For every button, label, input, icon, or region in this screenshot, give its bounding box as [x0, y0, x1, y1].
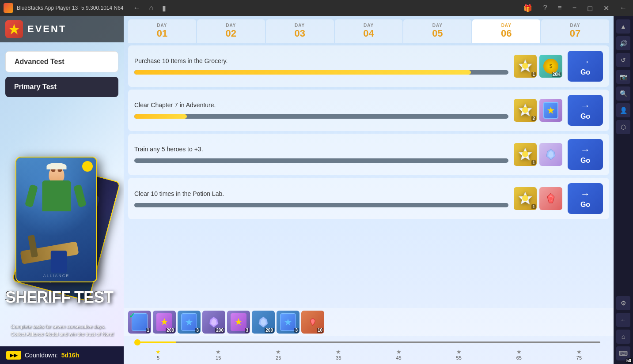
go-label: Go [580, 68, 590, 76]
task-rewards: 1 50 [514, 143, 562, 166]
sidebar-btn-1[interactable]: ▲ [616, 19, 630, 34]
go-label: Go [580, 157, 590, 165]
day-tab-01[interactable]: DAY 01 [128, 19, 196, 43]
close-btn[interactable]: ✕ [601, 3, 612, 13]
reward-sheriff-star: 1 [514, 187, 537, 210]
sidebar-btn-search[interactable]: 🔍 [616, 86, 630, 101]
sidebar-btn-volume[interactable]: 🔊 [616, 36, 630, 50]
strip-reward-5: 3 [227, 311, 250, 334]
sidebar-btn-user[interactable]: 👤 [616, 103, 630, 117]
reward-sheriff-star: 2 [514, 99, 537, 122]
go-button[interactable]: → Go [568, 139, 603, 170]
windows-btn[interactable]: ▮ [159, 3, 169, 13]
star-milestones: ★ 5 ★ 15 ★ 25 ★ 35 [124, 336, 614, 364]
reward-count: 3 [294, 328, 299, 333]
left-panel: EVENT Advanced Test Primary Test [0, 16, 124, 364]
sidebar-btn-screenshot[interactable]: 📷 [616, 70, 630, 84]
progress-bar-fill [134, 70, 471, 75]
svg-marker-23 [284, 319, 292, 326]
reward-count: 3 [195, 328, 200, 333]
sidebar-btn-settings[interactable]: ⚙ [616, 296, 630, 310]
milestone-35: ★ 35 [308, 338, 368, 360]
reward-count: 200 [166, 328, 175, 333]
back-btn[interactable]: ← [131, 3, 143, 13]
day-tabs: DAY 01 DAY 02 DAY 03 DAY 04 DAY 05 DAY 0… [124, 16, 614, 43]
app-version: 5.9.300.1014 N64 [81, 5, 123, 11]
go-arrow-icon: → [580, 188, 590, 200]
sidebar-btn-refresh[interactable]: ↺ [616, 53, 630, 67]
svg-marker-0 [9, 24, 19, 34]
minimize-btn[interactable]: − [570, 3, 579, 13]
sidebar-btn-back[interactable]: ← [616, 313, 630, 327]
task-row: Clear 10 times in the Potion Lab. 1 [128, 178, 609, 219]
task-title: Purchase 10 Items in the Grocery. [134, 57, 508, 66]
restore-btn[interactable]: ◻ [584, 3, 595, 13]
primary-test-btn[interactable]: Primary Test [5, 77, 118, 97]
window-nav[interactable]: ← ⌂ ▮ [131, 3, 169, 13]
sidebar-btn-layers[interactable]: ⬡ [616, 120, 630, 134]
progress-bar-container: 9/10 [134, 70, 508, 75]
svg-point-4 [522, 63, 528, 69]
gift-icon[interactable]: 🎁 [521, 3, 535, 13]
strip-reward-7: 3 [277, 311, 299, 334]
task-row: Train any 5 heroes to +3. 0/5 [128, 134, 609, 175]
go-button[interactable]: → Go [568, 95, 603, 126]
event-header: EVENT [0, 16, 124, 42]
help-icon[interactable]: ? [540, 3, 550, 13]
go-button[interactable]: → Go [568, 51, 603, 82]
milestone-25: ★ 25 [248, 338, 308, 360]
task-rewards: 2 1 [514, 99, 562, 122]
progress-bar-bg [134, 203, 508, 207]
go-label: Go [580, 113, 590, 120]
reward-count: 3 [245, 328, 249, 333]
task-row: Clear Chapter 7 in Adventure. 1/7 [128, 90, 609, 131]
day-tab-06[interactable]: DAY 06 [472, 19, 540, 43]
reward-gold-coin: $ 20K [539, 55, 562, 78]
progress-bar-bg [134, 70, 508, 75]
go-arrow-icon: → [580, 56, 590, 68]
sidebar-btn-home[interactable]: ⌂ [616, 330, 630, 344]
app-logo [4, 3, 13, 13]
main-container: EVENT Advanced Test Primary Test [0, 16, 633, 364]
event-logo [5, 20, 23, 38]
window-controls: 🎁 ? ≡ − ◻ ✕ ← [521, 3, 629, 13]
task-row: Purchase 10 Items in the Grocery. 9/10 [128, 45, 609, 87]
strip-reward-1: ✓ 1 [128, 311, 151, 334]
progress-bar-bg [134, 114, 508, 119]
day-tab-05[interactable]: DAY 05 [403, 19, 471, 43]
progress-bar-container [134, 203, 508, 207]
day-tab-04[interactable]: DAY 04 [335, 19, 403, 43]
reward-count: 1 [531, 72, 536, 77]
task-title: Train any 5 heroes to +3. [134, 145, 508, 154]
go-button[interactable]: → Go [568, 183, 603, 214]
task-title: Clear Chapter 7 in Adventure. [134, 101, 508, 110]
left-menu: Advanced Test Primary Test [0, 46, 124, 102]
advanced-test-btn[interactable]: Advanced Test [5, 51, 118, 72]
milestone-75: ★ 75 [549, 338, 609, 360]
task-rewards: 1 [514, 187, 562, 210]
day-tab-03[interactable]: DAY 03 [266, 19, 334, 43]
play-button[interactable]: ▶▶ [6, 351, 21, 360]
menu-icon[interactable]: ≡ [555, 3, 564, 13]
progress-bar-container: 1/7 [134, 114, 508, 120]
progress-bar-fill [134, 114, 187, 119]
reward-strip: ✓ 1 200 3 [124, 308, 614, 336]
countdown-bar: ▶▶ Countdown: 5d16h [0, 346, 124, 364]
reward-count: 1 [146, 328, 150, 333]
countdown-label: Countdown: [25, 352, 58, 359]
reward-count: 1 [531, 204, 536, 209]
reward-count: 200 [265, 328, 274, 333]
home-btn[interactable]: ⌂ [147, 3, 156, 13]
countdown-value: 5d16h [61, 352, 79, 359]
sidebar-toggle-btn[interactable]: ← [617, 3, 629, 13]
day-tab-07[interactable]: DAY 07 [541, 19, 609, 43]
task-rewards: 1 $ 20K [514, 55, 562, 78]
reward-count: 10 [317, 328, 323, 333]
strip-reward-3: 3 [178, 311, 201, 334]
day-tab-02[interactable]: DAY 02 [197, 19, 265, 43]
coin-icon: $ [543, 59, 558, 74]
app-name: BlueStacks App Player 13 [17, 5, 78, 11]
right-panel: DAY 01 DAY 02 DAY 03 DAY 04 DAY 05 DAY 0… [124, 16, 614, 364]
reward-sheriff-star: 1 [514, 55, 537, 78]
go-arrow-icon: → [580, 100, 590, 112]
